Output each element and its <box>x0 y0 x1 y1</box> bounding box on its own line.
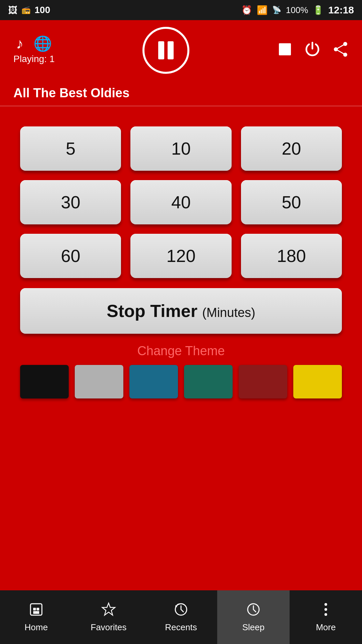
top-icons-row: ♪ 🌐 Playing: 1 <box>13 27 349 74</box>
battery-icon: 🔋 <box>313 5 323 15</box>
theme-swatch-yellow[interactable] <box>293 365 342 398</box>
svg-line-5 <box>336 49 345 55</box>
theme-swatch-black[interactable] <box>20 365 69 398</box>
svg-point-15 <box>324 608 327 611</box>
svg-rect-0 <box>279 43 291 55</box>
music-icon[interactable]: ♪ <box>16 36 23 51</box>
timer-btn-50[interactable]: 50 <box>241 180 342 224</box>
svg-line-4 <box>336 44 345 49</box>
top-right-icons <box>278 41 349 60</box>
wifi-icon: 📶 <box>257 5 267 15</box>
star-icon <box>101 602 116 620</box>
svg-rect-8 <box>37 608 39 610</box>
nav-favorites[interactable]: Favorites <box>72 590 145 644</box>
svg-point-14 <box>324 603 327 606</box>
globe-icon[interactable]: 🌐 <box>34 36 52 51</box>
nav-sleep-label: Sleep <box>242 622 265 633</box>
theme-swatch-dark-red[interactable] <box>239 365 287 398</box>
timer-btn-40[interactable]: 40 <box>130 180 231 224</box>
timer-btn-20[interactable]: 20 <box>241 126 342 171</box>
timer-btn-60[interactable]: 60 <box>20 234 121 278</box>
sleep-icon <box>246 602 261 620</box>
main-content: 5 10 20 30 40 50 60 120 180 Stop Timer (… <box>0 106 362 590</box>
nav-recents-label: Recents <box>165 622 197 633</box>
timer-btn-180[interactable]: 180 <box>241 234 342 278</box>
stop-timer-label: Stop Timer <box>107 301 197 321</box>
alarm-icon: ⏰ <box>241 5 252 15</box>
timer-btn-30[interactable]: 30 <box>20 180 121 224</box>
stop-timer-sub: (Minutes) <box>202 306 255 320</box>
app-icon: 📻 <box>21 6 31 14</box>
change-theme-label: Change Theme <box>137 344 225 358</box>
status-time: 12:18 <box>328 4 354 16</box>
svg-rect-9 <box>33 611 39 614</box>
station-name: All The Best Oldies <box>0 80 143 100</box>
status-bar: 🖼 📻 100 ⏰ 📶 📡 100% 🔋 12:18 <box>0 0 362 20</box>
pause-icon <box>158 41 174 59</box>
change-theme-section: Change Theme <box>20 344 342 398</box>
bottom-nav: Home Favorites Recents Sleep <box>0 590 362 644</box>
pause-button[interactable] <box>142 27 189 74</box>
nav-home-label: Home <box>24 622 48 633</box>
timer-btn-5[interactable]: 5 <box>20 126 121 171</box>
theme-swatches <box>20 365 342 398</box>
status-bar-left: 🖼 📻 100 <box>8 5 50 16</box>
svg-point-16 <box>324 613 327 616</box>
nav-more-label: More <box>316 622 336 633</box>
playing-label: Playing: 1 <box>13 54 55 64</box>
top-left-icons: ♪ 🌐 Playing: 1 <box>13 36 55 64</box>
notification-count: 100 <box>35 5 50 15</box>
history-icon <box>173 602 189 620</box>
theme-swatch-blue[interactable] <box>129 365 178 398</box>
power-button[interactable] <box>304 41 320 60</box>
nav-sleep[interactable]: Sleep <box>217 590 290 644</box>
status-bar-right: ⏰ 📶 📡 100% 🔋 12:18 <box>241 4 354 16</box>
nav-recents[interactable]: Recents <box>145 590 217 644</box>
timer-btn-10[interactable]: 10 <box>130 126 231 171</box>
nav-home[interactable]: Home <box>0 590 72 644</box>
svg-rect-7 <box>33 608 36 610</box>
stop-timer-button[interactable]: Stop Timer (Minutes) <box>20 288 342 334</box>
top-controls: ♪ 🌐 Playing: 1 <box>0 20 362 80</box>
theme-swatch-teal[interactable] <box>184 365 233 398</box>
more-icon <box>318 602 334 620</box>
nav-favorites-label: Favorites <box>91 622 127 633</box>
theme-swatch-gray[interactable] <box>75 365 123 398</box>
top-left-icons-group: ♪ 🌐 <box>16 36 52 51</box>
timer-btn-120[interactable]: 120 <box>130 234 231 278</box>
nav-more[interactable]: More <box>290 590 362 644</box>
battery-percent: 100% <box>286 5 308 15</box>
stop-button[interactable] <box>278 42 292 59</box>
signal-icon: 📡 <box>272 6 281 14</box>
home-icon <box>28 602 44 620</box>
share-button[interactable] <box>333 41 349 60</box>
photo-icon: 🖼 <box>8 5 17 16</box>
timer-grid: 5 10 20 30 40 50 60 120 180 <box>20 126 342 278</box>
svg-marker-10 <box>102 603 115 615</box>
